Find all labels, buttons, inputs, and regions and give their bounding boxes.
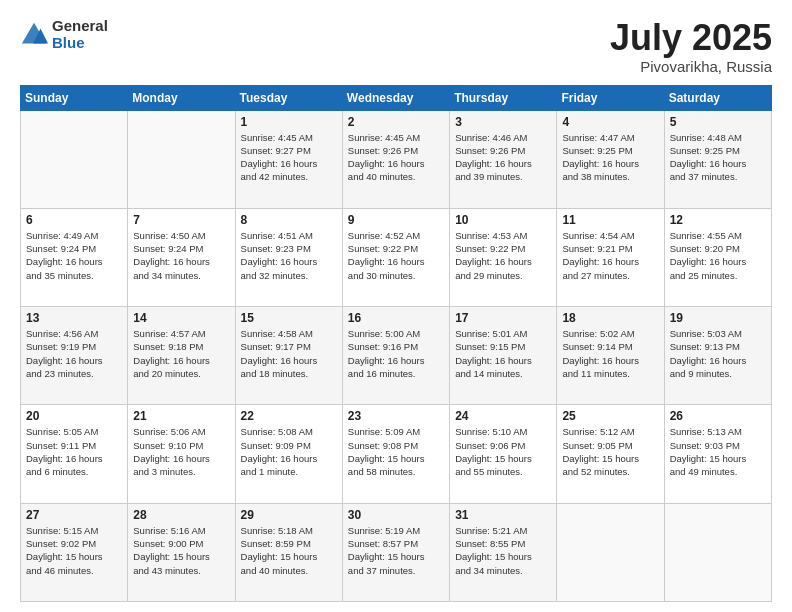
day-number: 10	[455, 213, 551, 227]
day-info: Sunrise: 5:12 AMSunset: 9:05 PMDaylight:…	[562, 425, 658, 478]
logo-blue-text: Blue	[52, 35, 108, 52]
day-info: Sunrise: 4:50 AMSunset: 9:24 PMDaylight:…	[133, 229, 229, 282]
day-info: Sunrise: 4:58 AMSunset: 9:17 PMDaylight:…	[241, 327, 337, 380]
weekday-header-row: SundayMondayTuesdayWednesdayThursdayFrid…	[21, 85, 772, 110]
calendar-cell: 22Sunrise: 5:08 AMSunset: 9:09 PMDayligh…	[235, 405, 342, 503]
day-number: 18	[562, 311, 658, 325]
day-info: Sunrise: 4:55 AMSunset: 9:20 PMDaylight:…	[670, 229, 766, 282]
calendar-cell	[664, 503, 771, 601]
day-number: 29	[241, 508, 337, 522]
day-number: 28	[133, 508, 229, 522]
week-row-5: 27Sunrise: 5:15 AMSunset: 9:02 PMDayligh…	[21, 503, 772, 601]
day-number: 14	[133, 311, 229, 325]
calendar-cell: 20Sunrise: 5:05 AMSunset: 9:11 PMDayligh…	[21, 405, 128, 503]
calendar-cell: 28Sunrise: 5:16 AMSunset: 9:00 PMDayligh…	[128, 503, 235, 601]
day-info: Sunrise: 4:49 AMSunset: 9:24 PMDaylight:…	[26, 229, 122, 282]
day-number: 13	[26, 311, 122, 325]
day-info: Sunrise: 5:19 AMSunset: 8:57 PMDaylight:…	[348, 524, 444, 577]
calendar-cell: 6Sunrise: 4:49 AMSunset: 9:24 PMDaylight…	[21, 208, 128, 306]
day-info: Sunrise: 4:56 AMSunset: 9:19 PMDaylight:…	[26, 327, 122, 380]
calendar-cell	[21, 110, 128, 208]
calendar-table: SundayMondayTuesdayWednesdayThursdayFrid…	[20, 85, 772, 602]
weekday-header-tuesday: Tuesday	[235, 85, 342, 110]
day-number: 26	[670, 409, 766, 423]
day-number: 20	[26, 409, 122, 423]
page: General Blue July 2025 Pivovarikha, Russ…	[0, 0, 792, 612]
day-number: 9	[348, 213, 444, 227]
calendar-cell: 7Sunrise: 4:50 AMSunset: 9:24 PMDaylight…	[128, 208, 235, 306]
calendar-cell: 16Sunrise: 5:00 AMSunset: 9:16 PMDayligh…	[342, 307, 449, 405]
calendar-cell: 30Sunrise: 5:19 AMSunset: 8:57 PMDayligh…	[342, 503, 449, 601]
calendar-cell	[557, 503, 664, 601]
day-info: Sunrise: 4:51 AMSunset: 9:23 PMDaylight:…	[241, 229, 337, 282]
week-row-3: 13Sunrise: 4:56 AMSunset: 9:19 PMDayligh…	[21, 307, 772, 405]
calendar-cell: 12Sunrise: 4:55 AMSunset: 9:20 PMDayligh…	[664, 208, 771, 306]
day-info: Sunrise: 5:21 AMSunset: 8:55 PMDaylight:…	[455, 524, 551, 577]
calendar-cell: 9Sunrise: 4:52 AMSunset: 9:22 PMDaylight…	[342, 208, 449, 306]
day-number: 6	[26, 213, 122, 227]
weekday-header-thursday: Thursday	[450, 85, 557, 110]
calendar-cell: 8Sunrise: 4:51 AMSunset: 9:23 PMDaylight…	[235, 208, 342, 306]
day-number: 23	[348, 409, 444, 423]
day-info: Sunrise: 4:53 AMSunset: 9:22 PMDaylight:…	[455, 229, 551, 282]
day-number: 1	[241, 115, 337, 129]
day-number: 31	[455, 508, 551, 522]
calendar-cell: 23Sunrise: 5:09 AMSunset: 9:08 PMDayligh…	[342, 405, 449, 503]
calendar-cell: 18Sunrise: 5:02 AMSunset: 9:14 PMDayligh…	[557, 307, 664, 405]
calendar-cell: 19Sunrise: 5:03 AMSunset: 9:13 PMDayligh…	[664, 307, 771, 405]
day-info: Sunrise: 5:08 AMSunset: 9:09 PMDaylight:…	[241, 425, 337, 478]
day-info: Sunrise: 4:45 AMSunset: 9:26 PMDaylight:…	[348, 131, 444, 184]
calendar-cell: 14Sunrise: 4:57 AMSunset: 9:18 PMDayligh…	[128, 307, 235, 405]
day-number: 19	[670, 311, 766, 325]
day-number: 2	[348, 115, 444, 129]
logo-icon	[20, 21, 48, 49]
day-number: 8	[241, 213, 337, 227]
day-number: 24	[455, 409, 551, 423]
day-info: Sunrise: 5:05 AMSunset: 9:11 PMDaylight:…	[26, 425, 122, 478]
calendar-cell: 5Sunrise: 4:48 AMSunset: 9:25 PMDaylight…	[664, 110, 771, 208]
day-info: Sunrise: 4:46 AMSunset: 9:26 PMDaylight:…	[455, 131, 551, 184]
day-info: Sunrise: 5:03 AMSunset: 9:13 PMDaylight:…	[670, 327, 766, 380]
weekday-header-saturday: Saturday	[664, 85, 771, 110]
calendar-cell: 24Sunrise: 5:10 AMSunset: 9:06 PMDayligh…	[450, 405, 557, 503]
day-info: Sunrise: 5:00 AMSunset: 9:16 PMDaylight:…	[348, 327, 444, 380]
day-number: 3	[455, 115, 551, 129]
day-info: Sunrise: 5:09 AMSunset: 9:08 PMDaylight:…	[348, 425, 444, 478]
weekday-header-sunday: Sunday	[21, 85, 128, 110]
logo: General Blue	[20, 18, 108, 51]
week-row-1: 1Sunrise: 4:45 AMSunset: 9:27 PMDaylight…	[21, 110, 772, 208]
day-number: 30	[348, 508, 444, 522]
day-info: Sunrise: 5:02 AMSunset: 9:14 PMDaylight:…	[562, 327, 658, 380]
weekday-header-wednesday: Wednesday	[342, 85, 449, 110]
day-info: Sunrise: 4:48 AMSunset: 9:25 PMDaylight:…	[670, 131, 766, 184]
calendar-cell: 31Sunrise: 5:21 AMSunset: 8:55 PMDayligh…	[450, 503, 557, 601]
title-location: Pivovarikha, Russia	[610, 58, 772, 75]
day-info: Sunrise: 5:13 AMSunset: 9:03 PMDaylight:…	[670, 425, 766, 478]
day-info: Sunrise: 5:06 AMSunset: 9:10 PMDaylight:…	[133, 425, 229, 478]
day-info: Sunrise: 5:10 AMSunset: 9:06 PMDaylight:…	[455, 425, 551, 478]
day-info: Sunrise: 4:47 AMSunset: 9:25 PMDaylight:…	[562, 131, 658, 184]
day-info: Sunrise: 4:54 AMSunset: 9:21 PMDaylight:…	[562, 229, 658, 282]
calendar-cell: 11Sunrise: 4:54 AMSunset: 9:21 PMDayligh…	[557, 208, 664, 306]
header: General Blue July 2025 Pivovarikha, Russ…	[20, 18, 772, 75]
day-number: 17	[455, 311, 551, 325]
day-number: 7	[133, 213, 229, 227]
day-number: 12	[670, 213, 766, 227]
calendar-cell: 25Sunrise: 5:12 AMSunset: 9:05 PMDayligh…	[557, 405, 664, 503]
day-number: 16	[348, 311, 444, 325]
day-number: 27	[26, 508, 122, 522]
title-block: July 2025 Pivovarikha, Russia	[610, 18, 772, 75]
day-number: 15	[241, 311, 337, 325]
calendar-cell: 13Sunrise: 4:56 AMSunset: 9:19 PMDayligh…	[21, 307, 128, 405]
weekday-header-monday: Monday	[128, 85, 235, 110]
title-month: July 2025	[610, 18, 772, 58]
day-info: Sunrise: 4:57 AMSunset: 9:18 PMDaylight:…	[133, 327, 229, 380]
day-number: 25	[562, 409, 658, 423]
day-info: Sunrise: 5:15 AMSunset: 9:02 PMDaylight:…	[26, 524, 122, 577]
week-row-4: 20Sunrise: 5:05 AMSunset: 9:11 PMDayligh…	[21, 405, 772, 503]
day-info: Sunrise: 4:52 AMSunset: 9:22 PMDaylight:…	[348, 229, 444, 282]
day-number: 4	[562, 115, 658, 129]
calendar-cell: 3Sunrise: 4:46 AMSunset: 9:26 PMDaylight…	[450, 110, 557, 208]
weekday-header-friday: Friday	[557, 85, 664, 110]
logo-general-text: General	[52, 18, 108, 35]
